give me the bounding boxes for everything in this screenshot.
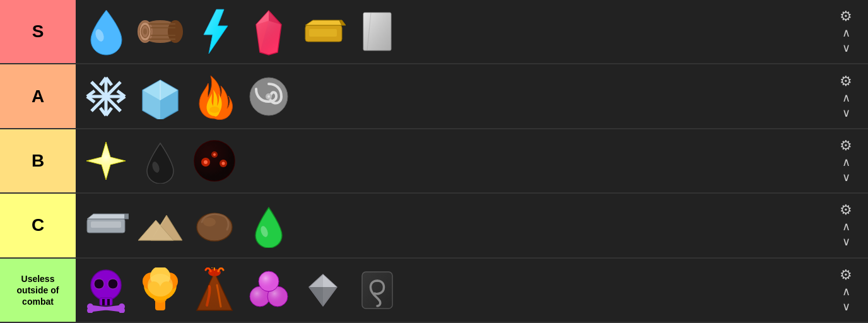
svg-point-57 xyxy=(204,160,208,164)
up-button-useless[interactable]: ∧ xyxy=(840,285,853,298)
svg-point-72 xyxy=(108,279,118,289)
item-snowflake[interactable] xyxy=(81,71,131,122)
tier-label-b: B xyxy=(0,129,76,192)
down-button-useless[interactable]: ∨ xyxy=(840,300,853,314)
item-lightning[interactable] xyxy=(189,6,240,57)
svg-line-38 xyxy=(115,105,120,111)
tier-label-a: A xyxy=(0,64,76,127)
item-rune[interactable] xyxy=(352,265,402,315)
svg-point-71 xyxy=(94,279,104,289)
item-gem-shard[interactable] xyxy=(298,265,348,315)
tier-list: S xyxy=(0,0,868,323)
up-button-a[interactable]: ∧ xyxy=(840,91,853,105)
svg-point-59 xyxy=(222,162,225,165)
svg-point-68 xyxy=(203,218,216,226)
down-button-a[interactable]: ∨ xyxy=(840,106,853,120)
svg-marker-93 xyxy=(197,273,232,310)
up-button-s[interactable]: ∧ xyxy=(840,26,853,40)
svg-point-10 xyxy=(143,28,147,35)
item-swirl[interactable] xyxy=(243,71,294,122)
item-green-drop[interactable] xyxy=(243,200,294,250)
tier-label-s: S xyxy=(0,0,76,63)
tier-items-c xyxy=(76,194,824,257)
item-log[interactable] xyxy=(135,6,185,57)
tier-row-a: A xyxy=(0,64,868,129)
svg-line-37 xyxy=(91,82,97,88)
down-button-c[interactable]: ∨ xyxy=(840,235,853,249)
svg-point-45 xyxy=(209,107,220,113)
tier-row-useless: Useless outside of combat xyxy=(0,259,868,323)
item-orbs[interactable] xyxy=(243,265,294,315)
tier-row-b: B xyxy=(0,129,868,194)
svg-point-53 xyxy=(194,141,235,181)
svg-marker-62 xyxy=(125,214,129,219)
tier-items-useless xyxy=(76,259,824,322)
svg-point-39 xyxy=(102,93,110,100)
svg-rect-74 xyxy=(102,299,105,305)
svg-rect-75 xyxy=(107,299,110,305)
tier-controls-b: ⚙ ∧ ∨ xyxy=(824,129,868,192)
tier-row-c: C xyxy=(0,194,868,258)
item-crystal[interactable] xyxy=(243,6,294,57)
item-metal-sheet[interactable] xyxy=(352,6,402,57)
item-iron-bar[interactable] xyxy=(81,200,131,250)
tier-items-b xyxy=(76,129,824,192)
item-gold[interactable] xyxy=(298,6,348,57)
gear-button-s[interactable]: ⚙ xyxy=(837,8,855,25)
svg-point-99 xyxy=(259,271,279,291)
item-skull[interactable] xyxy=(81,265,131,315)
gear-button-b[interactable]: ⚙ xyxy=(837,138,855,154)
svg-marker-50 xyxy=(86,142,126,180)
svg-point-90 xyxy=(148,274,173,297)
tier-items-s xyxy=(76,0,824,63)
item-water[interactable] xyxy=(81,6,131,57)
item-fire[interactable] xyxy=(189,71,240,122)
item-dark-orb[interactable] xyxy=(189,136,240,186)
item-ice-cube[interactable] xyxy=(135,71,185,122)
gear-button-a[interactable]: ⚙ xyxy=(837,73,855,90)
svg-point-58 xyxy=(213,153,216,156)
tier-row-s: S xyxy=(0,0,868,64)
tier-controls-c: ⚙ ∧ ∨ xyxy=(824,194,868,257)
down-button-b[interactable]: ∨ xyxy=(840,170,853,184)
tier-controls-useless: ⚙ ∧ ∨ xyxy=(824,259,868,322)
item-rock[interactable] xyxy=(189,200,240,250)
svg-rect-73 xyxy=(100,298,112,305)
up-button-c[interactable]: ∧ xyxy=(840,220,853,233)
svg-rect-106 xyxy=(362,272,392,308)
svg-rect-63 xyxy=(91,221,121,228)
svg-rect-21 xyxy=(309,29,337,37)
item-sparkle[interactable] xyxy=(81,136,131,186)
item-mountain[interactable] xyxy=(135,200,185,250)
svg-point-48 xyxy=(267,95,270,98)
svg-marker-61 xyxy=(87,214,125,219)
item-black-drop[interactable] xyxy=(135,136,185,186)
down-button-s[interactable]: ∨ xyxy=(840,41,853,55)
tier-controls-s: ⚙ ∧ ∨ xyxy=(824,0,868,63)
item-explosion[interactable] xyxy=(135,265,185,315)
tier-label-useless: Useless outside of combat xyxy=(0,259,76,322)
up-button-b[interactable]: ∧ xyxy=(840,155,853,169)
tier-controls-a: ⚙ ∧ ∨ xyxy=(824,64,868,127)
svg-marker-19 xyxy=(305,20,342,25)
gear-button-useless[interactable]: ⚙ xyxy=(837,267,855,283)
gear-button-c[interactable]: ⚙ xyxy=(837,202,855,218)
tier-label-c: C xyxy=(0,194,76,257)
item-volcano[interactable] xyxy=(189,265,240,315)
tier-items-a xyxy=(76,64,824,127)
